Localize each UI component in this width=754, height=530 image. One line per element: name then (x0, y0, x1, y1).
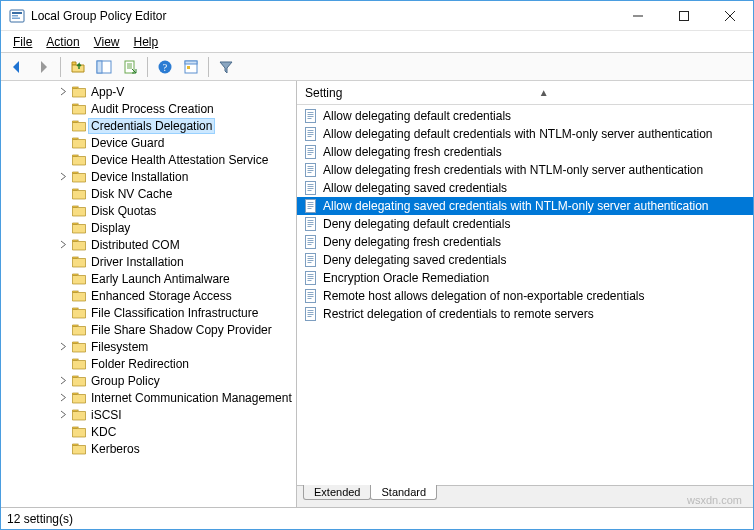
menu-help[interactable]: Help (128, 33, 165, 51)
tree-item[interactable]: Enhanced Storage Access (1, 287, 296, 304)
tree-item-label: App-V (91, 85, 124, 99)
forward-button[interactable] (31, 55, 55, 79)
list-item-label: Deny delegating default credentials (323, 217, 510, 231)
tree-item[interactable]: Distributed COM (1, 236, 296, 253)
list-item-label: Encryption Oracle Remediation (323, 271, 489, 285)
tree-item[interactable]: Audit Process Creation (1, 100, 296, 117)
svg-rect-3 (12, 17, 20, 19)
up-button[interactable] (66, 55, 90, 79)
properties-button[interactable] (179, 55, 203, 79)
tree-item-label: Disk Quotas (91, 204, 156, 218)
list-item[interactable]: Allow delegating default credentials wit… (297, 125, 753, 143)
svg-rect-24 (306, 290, 316, 303)
tree-item-label: Folder Redirection (91, 357, 189, 371)
tree-item[interactable]: Folder Redirection (1, 355, 296, 372)
tree-item-label: Internet Communication Management (91, 391, 292, 405)
list-item[interactable]: Allow delegating fresh credentials (297, 143, 753, 161)
svg-rect-17 (306, 164, 316, 177)
list-item[interactable]: Deny delegating default credentials (297, 215, 753, 233)
tree-item[interactable]: Internet Communication Management (1, 389, 296, 406)
tree-item[interactable]: File Share Shadow Copy Provider (1, 321, 296, 338)
back-button[interactable] (5, 55, 29, 79)
list-item[interactable]: Deny delegating saved credentials (297, 251, 753, 269)
policy-setting-icon (303, 252, 319, 268)
tree-item[interactable]: Driver Installation (1, 253, 296, 270)
menu-view[interactable]: View (88, 33, 126, 51)
tree-item[interactable]: Kerberos (1, 440, 296, 457)
policy-setting-icon (303, 288, 319, 304)
svg-rect-23 (306, 272, 316, 285)
svg-rect-21 (306, 236, 316, 249)
menu-action[interactable]: Action (40, 33, 85, 51)
tree-item-label: Device Installation (91, 170, 188, 184)
folder-icon (71, 407, 87, 423)
tree-expander-icon[interactable] (57, 240, 69, 249)
tree-item[interactable]: Credentials Delegation (1, 117, 296, 134)
tree-expander-icon[interactable] (57, 393, 69, 402)
list-item-label: Deny delegating saved credentials (323, 253, 506, 267)
tree-item-label: Group Policy (91, 374, 160, 388)
tree-item[interactable]: Group Policy (1, 372, 296, 389)
policy-setting-icon (303, 180, 319, 196)
console-tree-scroll[interactable]: App-VAudit Process CreationCredentials D… (1, 81, 296, 507)
policy-setting-icon (303, 234, 319, 250)
filter-button[interactable] (214, 55, 238, 79)
menubar: File Action View Help (1, 31, 753, 53)
svg-rect-13 (187, 66, 190, 69)
svg-rect-12 (185, 61, 197, 64)
list-item[interactable]: Allow delegating saved credentials with … (297, 197, 753, 215)
folder-icon (71, 339, 87, 355)
watermark: wsxdn.com (687, 494, 742, 506)
tree-item[interactable]: Device Health Attestation Service (1, 151, 296, 168)
tree-expander-icon[interactable] (57, 410, 69, 419)
menu-file[interactable]: File (7, 33, 38, 51)
list-item[interactable]: Allow delegating default credentials (297, 107, 753, 125)
tree-expander-icon[interactable] (57, 342, 69, 351)
tree-item[interactable]: iSCSI (1, 406, 296, 423)
list-item-label: Allow delegating default credentials wit… (323, 127, 713, 141)
tree-item[interactable]: Display (1, 219, 296, 236)
tree-item[interactable]: Disk Quotas (1, 202, 296, 219)
list-item[interactable]: Deny delegating fresh credentials (297, 233, 753, 251)
tab-standard[interactable]: Standard (370, 485, 437, 500)
list-item[interactable]: Allow delegating saved credentials (297, 179, 753, 197)
show-hide-console-tree-button[interactable] (92, 55, 116, 79)
policy-setting-icon (303, 306, 319, 322)
tree-item[interactable]: File Classification Infrastructure (1, 304, 296, 321)
folder-icon (71, 288, 87, 304)
svg-rect-18 (306, 182, 316, 195)
list-item[interactable]: Allow delegating fresh credentials with … (297, 161, 753, 179)
list-item[interactable]: Restrict delegation of credentials to re… (297, 305, 753, 323)
minimize-button[interactable] (615, 1, 661, 30)
svg-text:?: ? (163, 62, 168, 73)
tab-extended[interactable]: Extended (303, 485, 371, 500)
tree-item[interactable]: Disk NV Cache (1, 185, 296, 202)
list-item[interactable]: Encryption Oracle Remediation (297, 269, 753, 287)
folder-icon (71, 186, 87, 202)
tree-item-label: Audit Process Creation (91, 102, 214, 116)
help-button[interactable]: ? (153, 55, 177, 79)
close-button[interactable] (707, 1, 753, 30)
svg-rect-15 (306, 128, 316, 141)
svg-rect-7 (97, 61, 102, 73)
folder-icon (71, 424, 87, 440)
folder-icon (71, 118, 87, 134)
tree-expander-icon[interactable] (57, 376, 69, 385)
maximize-button[interactable] (661, 1, 707, 30)
tree-item[interactable]: Device Guard (1, 134, 296, 151)
titlebar: Local Group Policy Editor (1, 1, 753, 31)
tree-item-label: Disk NV Cache (91, 187, 172, 201)
export-list-button[interactable] (118, 55, 142, 79)
details-scroll[interactable]: Setting ▲ Allow delegating default crede… (297, 81, 753, 485)
tree-item[interactable]: KDC (1, 423, 296, 440)
tree-item[interactable]: Filesystem (1, 338, 296, 355)
tree-item[interactable]: Device Installation (1, 168, 296, 185)
tree-expander-icon[interactable] (57, 172, 69, 181)
column-header[interactable]: Setting ▲ (297, 81, 753, 105)
list-item[interactable]: Remote host allows delegation of non-exp… (297, 287, 753, 305)
tree-item[interactable]: Early Launch Antimalware (1, 270, 296, 287)
tree-item[interactable]: App-V (1, 83, 296, 100)
tree-item-label: KDC (91, 425, 116, 439)
tree-item-label: iSCSI (91, 408, 122, 422)
tree-expander-icon[interactable] (57, 87, 69, 96)
